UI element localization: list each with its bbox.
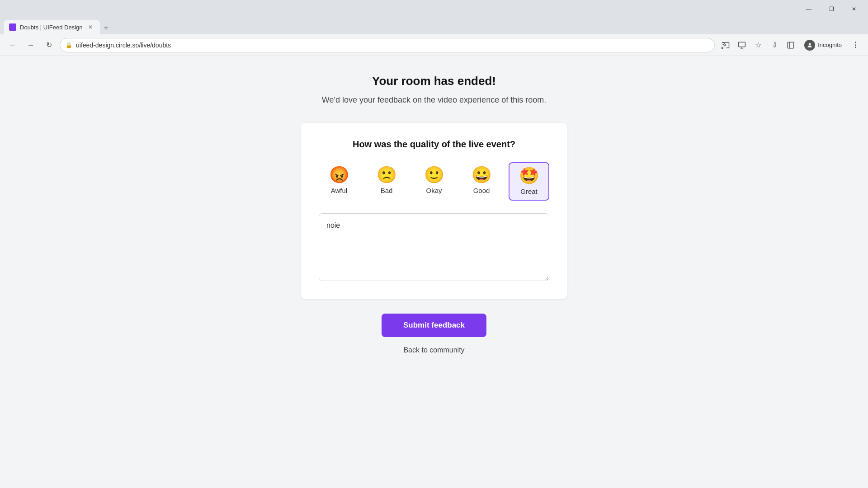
tab-bar: Doubts | UIFeed Design ✕ + bbox=[0, 18, 868, 34]
bad-emoji: 🙁 bbox=[377, 167, 397, 183]
menu-button[interactable]: ⋮ bbox=[848, 38, 863, 52]
back-button[interactable]: ← bbox=[5, 38, 20, 52]
maximize-button[interactable]: ❐ bbox=[821, 2, 842, 16]
sidebar-button[interactable] bbox=[783, 38, 798, 52]
address-bar[interactable]: 🔒 uifeed-design.circle.so/live/doubts bbox=[60, 38, 715, 52]
screen-share-button[interactable] bbox=[735, 38, 749, 52]
rating-row: 😡 Awful 🙁 Bad 🙂 Okay 😀 Good 🤩 Great bbox=[319, 162, 549, 201]
back-to-community-link[interactable]: Back to community bbox=[403, 346, 464, 354]
tab-title: Doubts | UIFeed Design bbox=[20, 24, 83, 31]
feedback-card: How was the quality of the live event? 😡… bbox=[301, 123, 567, 299]
browser-toolbar: ← → ↻ 🔒 uifeed-design.circle.so/live/dou… bbox=[0, 34, 868, 56]
incognito-label: Incognito bbox=[818, 42, 842, 48]
cast-button[interactable] bbox=[718, 38, 733, 52]
page-subtitle: We'd love your feedback on the video exp… bbox=[322, 95, 546, 105]
minimize-button[interactable]: — bbox=[798, 2, 819, 16]
awful-label: Awful bbox=[331, 187, 347, 194]
url-text: uifeed-design.circle.so/live/doubts bbox=[76, 42, 709, 49]
title-bar: — ❐ ✕ bbox=[0, 0, 868, 18]
rating-okay[interactable]: 🙂 Okay bbox=[414, 162, 454, 201]
forward-button[interactable]: → bbox=[24, 38, 38, 52]
great-label: Great bbox=[520, 188, 538, 195]
card-question: How was the quality of the live event? bbox=[319, 139, 549, 150]
svg-point-3 bbox=[809, 43, 811, 45]
page-content: Your room has ended! We'd love your feed… bbox=[0, 56, 868, 488]
submit-feedback-button[interactable]: Submit feedback bbox=[382, 314, 486, 337]
active-tab[interactable]: Doubts | UIFeed Design ✕ bbox=[4, 20, 100, 34]
page-title: Your room has ended! bbox=[372, 74, 496, 88]
rating-great[interactable]: 🤩 Great bbox=[509, 162, 549, 201]
lock-icon: 🔒 bbox=[66, 42, 72, 48]
great-emoji: 🤩 bbox=[519, 168, 539, 184]
window-controls: — ❐ ✕ bbox=[798, 2, 864, 16]
tab-close-icon[interactable]: ✕ bbox=[86, 23, 94, 31]
good-emoji: 😀 bbox=[472, 167, 492, 183]
feedback-textarea[interactable]: noie bbox=[319, 213, 549, 281]
tab-favicon bbox=[9, 23, 16, 31]
new-tab-button[interactable]: + bbox=[100, 22, 113, 34]
download-button[interactable]: ⇩ bbox=[767, 38, 782, 52]
incognito-badge[interactable]: Incognito bbox=[800, 38, 846, 52]
reload-button[interactable]: ↻ bbox=[42, 38, 56, 52]
awful-emoji: 😡 bbox=[329, 167, 349, 183]
svg-rect-2 bbox=[788, 42, 794, 48]
svg-rect-0 bbox=[722, 47, 723, 48]
browser-chrome: — ❐ ✕ Doubts | UIFeed Design ✕ + ← → ↻ 🔒… bbox=[0, 0, 868, 56]
star-button[interactable]: ☆ bbox=[751, 38, 765, 52]
close-button[interactable]: ✕ bbox=[844, 2, 864, 16]
rating-awful[interactable]: 😡 Awful bbox=[319, 162, 359, 201]
okay-emoji: 🙂 bbox=[424, 167, 444, 183]
bad-label: Bad bbox=[381, 187, 393, 194]
good-label: Good bbox=[473, 187, 490, 194]
incognito-avatar bbox=[804, 40, 815, 51]
toolbar-actions: ☆ ⇩ Incognito ⋮ bbox=[718, 38, 863, 52]
okay-label: Okay bbox=[426, 187, 442, 194]
rating-bad[interactable]: 🙁 Bad bbox=[366, 162, 407, 201]
rating-good[interactable]: 😀 Good bbox=[461, 162, 502, 201]
svg-rect-1 bbox=[739, 42, 745, 47]
